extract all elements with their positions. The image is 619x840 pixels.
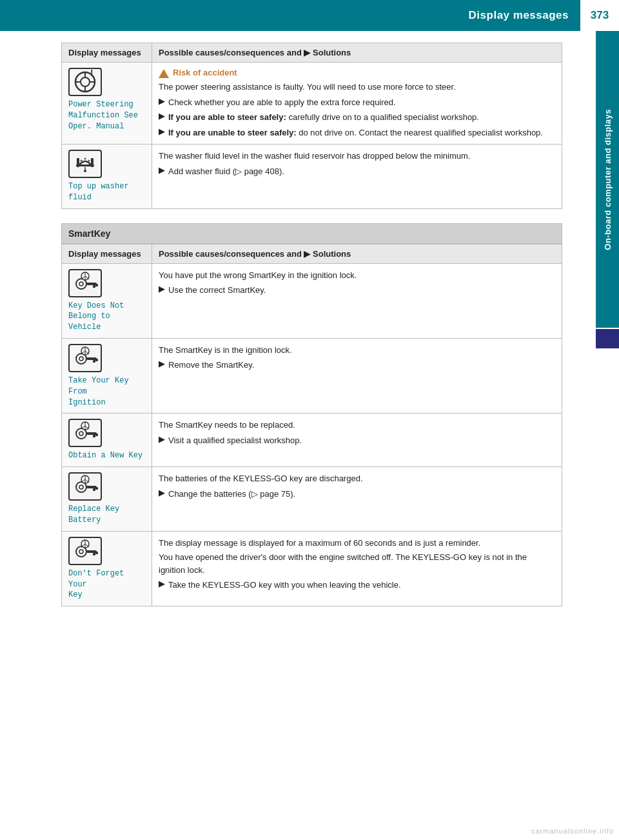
bullet-item: ▶ Add washer fluid (▷ page 408).: [159, 165, 555, 178]
svg-point-43: [79, 485, 83, 489]
bullet-item: ▶ Change the batteries (▷ page 75).: [159, 488, 555, 501]
desc-para: The batteries of the KEYLESS-GO key are …: [159, 472, 555, 485]
arrow-icon: ▶: [159, 111, 165, 121]
bullet-text: Change the batteries (▷ page 75).: [168, 488, 295, 501]
desc-para: You have put the wrong SmartKey in the i…: [159, 269, 555, 282]
arrow-icon: ▶: [159, 434, 165, 444]
bold-part: If you are unable to steer safely:: [168, 128, 297, 137]
new-key-icon: [68, 419, 102, 447]
icon-cell: Replace Key Battery: [62, 467, 152, 532]
table-row: Replace Key Battery The batteries of the…: [62, 467, 562, 532]
svg-point-10: [84, 170, 86, 172]
risk-header: Risk of accident: [159, 68, 555, 77]
smartkey-section-header: SmartKey: [61, 223, 562, 244]
side-tab: On-board computer and displays: [596, 31, 619, 328]
svg-point-14: [88, 160, 90, 162]
take-key-icon: [68, 344, 102, 372]
dont-forget-desc: The display message is displayed for a m…: [152, 531, 562, 606]
header-bar: Display messages 373: [0, 0, 619, 31]
key-wrong-icon: [68, 269, 102, 297]
bullet-text: Visit a qualified specialist workshop.: [168, 434, 302, 447]
risk-label: Risk of accident: [173, 68, 237, 77]
take-key-desc: The SmartKey is in the ignition lock. ▶ …: [152, 338, 562, 413]
icon-cell: Take Your Key FromIgnition: [62, 338, 152, 413]
svg-rect-27: [93, 360, 95, 363]
smartkey-table: Display messages Possible causes/consequ…: [61, 244, 562, 607]
bullet-text: If you are unable to steer safely: do no…: [168, 126, 543, 139]
bullet-text: Take the KEYLESS-GO key with you when le…: [168, 579, 401, 592]
bullet-text: Use the correct SmartKey.: [168, 284, 266, 297]
icon-cell: ! Power SteeringMalfunction SeeOper. Man…: [62, 63, 152, 145]
bullet-text: Check whether you are able to apply the …: [168, 96, 396, 109]
svg-rect-55: [95, 552, 98, 554]
svg-rect-53: [86, 550, 97, 553]
table-row: Take Your Key FromIgnition The SmartKey …: [62, 338, 562, 413]
svg-point-16: [79, 282, 83, 286]
page-number: 373: [580, 0, 619, 31]
main-table: Display messages Possible causes/consequ…: [61, 43, 562, 209]
desc-para: The SmartKey is in the ignition lock.: [159, 344, 555, 357]
bullet-item: ▶ Check whether you are able to apply th…: [159, 96, 555, 109]
svg-text:!: !: [90, 70, 93, 78]
watermark: carmanualsonline.info: [531, 827, 614, 835]
svg-point-12: [81, 160, 83, 162]
svg-rect-46: [95, 487, 98, 490]
header-title-area: Display messages 373: [457, 0, 619, 31]
desc-para: The display message is displayed for a m…: [159, 537, 555, 550]
new-key-desc: The SmartKey needs to be replaced. ▶ Vis…: [152, 414, 562, 467]
icon-cell: Top up washer fluid: [62, 145, 152, 209]
bullet-item: ▶ Use the correct SmartKey.: [159, 284, 555, 297]
dont-forget-label: Don't Forget YourKey: [68, 568, 145, 601]
bullet-item: ▶ Visit a qualified specialist workshop.: [159, 434, 555, 447]
arrow-icon: ▶: [159, 579, 165, 588]
desc-para: The washer fluid level in the washer flu…: [159, 150, 555, 163]
svg-rect-26: [86, 357, 97, 360]
table-row: Top up washer fluid The washer fluid lev…: [62, 145, 562, 209]
svg-rect-36: [93, 435, 95, 437]
svg-point-52: [79, 550, 83, 554]
svg-rect-19: [95, 284, 98, 286]
header-title: Display messages: [457, 9, 580, 22]
table-row: Key Does NotBelong to Vehicle You have p…: [62, 263, 562, 338]
replace-battery-desc: The batteries of the KEYLESS-GO key are …: [152, 467, 562, 532]
power-steering-desc: Risk of accident The power steering assi…: [152, 63, 562, 145]
icon-cell: Obtain a New Key: [62, 414, 152, 467]
smartkey-col1-header: Display messages: [62, 244, 152, 263]
svg-point-34: [79, 432, 83, 435]
svg-rect-37: [95, 434, 98, 436]
bullet-item: ▶ If you are able to steer safely: caref…: [159, 111, 555, 124]
side-marker: [596, 329, 619, 348]
bullet-item: ▶ Take the KEYLESS-GO key with you when …: [159, 579, 555, 592]
desc-para: The power steering assistance is faulty.…: [159, 81, 555, 94]
svg-rect-54: [93, 553, 95, 555]
smartkey-col2-header: Possible causes/consequences and ▶ Solut…: [152, 244, 562, 263]
key-wrong-desc: You have put the wrong SmartKey in the i…: [152, 263, 562, 338]
svg-point-25: [79, 357, 83, 361]
col1-header: Display messages: [62, 43, 152, 63]
bullet-text: Remove the SmartKey.: [168, 359, 254, 372]
main-content: Display messages Possible causes/consequ…: [0, 31, 596, 634]
bullet-item: ▶ Remove the SmartKey.: [159, 359, 555, 372]
washer-fluid-icon: [68, 150, 102, 178]
bullet-text: Add washer fluid (▷ page 408).: [168, 165, 284, 178]
icon-cell: Key Does NotBelong to Vehicle: [62, 263, 152, 338]
washer-fluid-label: Top up washer fluid: [68, 181, 145, 203]
power-steering-icon: !: [68, 68, 102, 96]
arrow-icon: ▶: [159, 359, 165, 368]
col2-header: Possible causes/consequences and ▶ Solut…: [152, 43, 562, 63]
take-key-label: Take Your Key FromIgnition: [68, 375, 145, 408]
svg-point-13: [84, 158, 86, 160]
svg-rect-18: [93, 285, 95, 288]
svg-rect-45: [93, 488, 95, 491]
bullet-text: If you are able to steer safely: careful…: [168, 111, 479, 124]
replace-battery-label: Replace Key Battery: [68, 504, 145, 526]
arrow-icon: ▶: [159, 126, 165, 136]
arrow-icon: ▶: [159, 165, 165, 175]
svg-rect-17: [86, 283, 97, 285]
table-row: Obtain a New Key The SmartKey needs to b…: [62, 414, 562, 467]
svg-rect-35: [86, 432, 97, 435]
desc-para-2: You have opened the driver's door with t…: [159, 551, 555, 576]
dont-forget-key-icon: [68, 537, 102, 565]
table-row: Don't Forget YourKey The display message…: [62, 531, 562, 606]
new-key-label: Obtain a New Key: [68, 450, 145, 461]
